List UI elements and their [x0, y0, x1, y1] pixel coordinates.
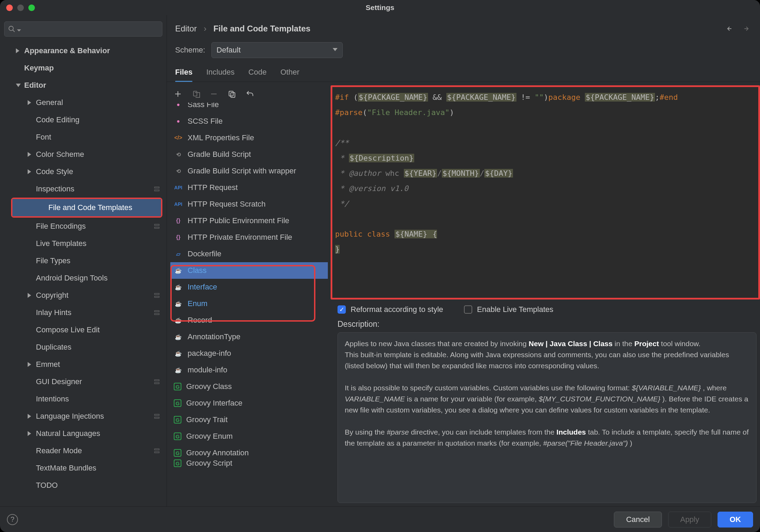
- editor-column: #if (${PACKAGE_NAME} && ${PACKAGE_NAME} …: [331, 85, 760, 506]
- tab-code[interactable]: Code: [248, 68, 267, 82]
- d-file-icon: ▱: [174, 249, 183, 258]
- copy-file-icon[interactable]: [192, 90, 200, 98]
- scheme-select[interactable]: Default: [211, 42, 343, 58]
- back-icon[interactable]: [724, 25, 733, 32]
- template-item-gradle-build-script[interactable]: ⟲Gradle Build Script: [170, 146, 328, 163]
- chevron-right-icon: [28, 414, 32, 419]
- template-item-interface[interactable]: ☕Interface: [170, 279, 328, 295]
- template-item-label: XML Properties File: [188, 133, 254, 142]
- tab-files[interactable]: Files: [175, 68, 192, 82]
- template-item-enum[interactable]: ☕Enum: [170, 295, 328, 312]
- json-file-icon: {}: [174, 216, 183, 225]
- tab-other[interactable]: Other: [281, 68, 300, 82]
- help-button[interactable]: ?: [7, 514, 18, 525]
- sidebar: Appearance & BehaviorKeymapEditorGeneral…: [0, 15, 167, 506]
- template-item-package-info[interactable]: ☕package-info: [170, 345, 328, 362]
- template-item-scss-file[interactable]: ●SCSS File: [170, 113, 328, 130]
- close-icon[interactable]: [6, 4, 13, 11]
- sidebar-item-todo[interactable]: TODO: [0, 477, 167, 494]
- sidebar-item-copyright[interactable]: Copyright: [0, 287, 167, 304]
- sidebar-item-keymap[interactable]: Keymap: [0, 59, 167, 77]
- pink-file-icon: ●: [174, 117, 183, 126]
- copy-icon[interactable]: [228, 90, 236, 98]
- sidebar-item-file-types[interactable]: File Types: [0, 252, 167, 269]
- template-item-sass-file[interactable]: ●Sass File: [170, 103, 328, 113]
- template-list[interactable]: ●Sass File●SCSS File</>XML Properties Fi…: [170, 103, 328, 506]
- template-item-record[interactable]: ☕Record: [170, 312, 328, 329]
- template-item-annotationtype[interactable]: ☕AnnotationType: [170, 329, 328, 345]
- template-item-gradle-build-script-with-wrapper[interactable]: ⟲Gradle Build Script with wrapper: [170, 163, 328, 179]
- search-field[interactable]: [21, 25, 159, 34]
- template-item-groovy-interface[interactable]: GGroovy Interface: [170, 395, 328, 411]
- forward-icon[interactable]: [743, 25, 752, 32]
- sidebar-item-font[interactable]: Font: [0, 129, 167, 146]
- sidebar-item-label: Keymap: [24, 64, 167, 73]
- sidebar-item-editor[interactable]: Editor: [0, 77, 167, 94]
- template-item-label: Gradle Build Script with wrapper: [188, 167, 296, 175]
- gear-icon: [153, 447, 160, 454]
- sidebar-item-file-encodings[interactable]: File Encodings: [0, 218, 167, 235]
- template-item-http-request[interactable]: APIHTTP Request: [170, 179, 328, 196]
- template-item-http-private-environment-file[interactable]: {}HTTP Private Environment File: [170, 229, 328, 246]
- sidebar-item-live-templates[interactable]: Live Templates: [0, 235, 167, 252]
- undo-icon[interactable]: [246, 90, 254, 98]
- cancel-button[interactable]: Cancel: [614, 512, 662, 528]
- template-item-http-public-environment-file[interactable]: {}HTTP Public Environment File: [170, 212, 328, 229]
- sidebar-item-color-scheme[interactable]: Color Scheme: [0, 146, 167, 163]
- template-item-label: AnnotationType: [188, 332, 240, 341]
- template-item-http-request-scratch[interactable]: APIHTTP Request Scratch: [170, 196, 328, 212]
- tab-includes[interactable]: Includes: [206, 68, 235, 82]
- template-editor[interactable]: #if (${PACKAGE_NAME} && ${PACKAGE_NAME} …: [331, 85, 760, 300]
- zoom-icon[interactable]: [28, 4, 35, 11]
- breadcrumb-parent[interactable]: Editor: [175, 24, 197, 34]
- sidebar-item-reader-mode[interactable]: Reader Mode: [0, 442, 167, 459]
- template-item-label: Record: [188, 316, 212, 325]
- minus-icon[interactable]: [210, 90, 218, 98]
- gear-icon: [153, 378, 160, 385]
- sidebar-item-appearance-behavior[interactable]: Appearance & Behavior: [0, 42, 167, 59]
- breadcrumb: Editor › File and Code Templates: [167, 15, 760, 34]
- template-item-class[interactable]: ☕Class: [170, 262, 328, 279]
- template-item-label: Dockerfile: [188, 249, 221, 258]
- sidebar-item-inlay-hints[interactable]: Inlay Hints: [0, 304, 167, 321]
- plus-icon[interactable]: [174, 90, 182, 98]
- sidebar-item-android-design-tools[interactable]: Android Design Tools: [0, 269, 167, 287]
- template-item-groovy-script[interactable]: GGroovy Script: [170, 455, 328, 472]
- titlebar: Settings: [0, 0, 760, 15]
- sidebar-item-intentions[interactable]: Intentions: [0, 390, 167, 408]
- template-item-groovy-class[interactable]: GGroovy Class: [170, 378, 328, 395]
- minimize-icon[interactable]: [17, 4, 24, 11]
- sidebar-item-gui-designer[interactable]: GUI Designer: [0, 373, 167, 390]
- sidebar-item-inspections[interactable]: Inspections: [0, 180, 167, 198]
- template-item-dockerfile[interactable]: ▱Dockerfile: [170, 246, 328, 262]
- sidebar-item-label: TODO: [36, 481, 167, 490]
- sidebar-item-label: Inspections: [36, 184, 153, 193]
- sidebar-item-duplicates[interactable]: Duplicates: [0, 339, 167, 356]
- g-file-icon: G: [174, 459, 181, 467]
- svg-rect-8: [154, 314, 159, 315]
- reformat-checkbox[interactable]: ✓ Reformat according to style: [338, 305, 443, 314]
- ok-button[interactable]: OK: [718, 512, 753, 528]
- search-input[interactable]: [4, 21, 162, 37]
- template-item-xml-properties-file[interactable]: </>XML Properties File: [170, 130, 328, 146]
- json-file-icon: {}: [174, 233, 183, 242]
- sidebar-item-textmate-bundles[interactable]: TextMate Bundles: [0, 459, 167, 477]
- sidebar-item-file-and-code-templates[interactable]: File and Code Templates: [12, 199, 161, 216]
- svg-rect-9: [154, 380, 159, 381]
- content-split: Appearance & BehaviorKeymapEditorGeneral…: [0, 15, 760, 506]
- sidebar-item-code-style[interactable]: Code Style: [0, 163, 167, 180]
- sidebar-item-label: Duplicates: [36, 343, 167, 352]
- sidebar-item-emmet[interactable]: Emmet: [0, 356, 167, 373]
- template-item-module-info[interactable]: ☕module-info: [170, 362, 328, 378]
- settings-tree[interactable]: Appearance & BehaviorKeymapEditorGeneral…: [0, 39, 167, 506]
- template-item-groovy-enum[interactable]: GGroovy Enum: [170, 428, 328, 445]
- sidebar-item-compose-live-edit[interactable]: Compose Live Edit: [0, 321, 167, 339]
- sidebar-item-natural-languages[interactable]: Natural Languages: [0, 425, 167, 442]
- template-item-label: Enum: [188, 299, 207, 308]
- apply-button[interactable]: Apply: [668, 512, 711, 528]
- template-item-groovy-trait[interactable]: GGroovy Trait: [170, 411, 328, 428]
- sidebar-item-language-injections[interactable]: Language Injections: [0, 408, 167, 425]
- sidebar-item-code-editing[interactable]: Code Editing: [0, 111, 167, 129]
- enable-live-templates-checkbox[interactable]: Enable Live Templates: [464, 305, 553, 314]
- sidebar-item-general[interactable]: General: [0, 94, 167, 111]
